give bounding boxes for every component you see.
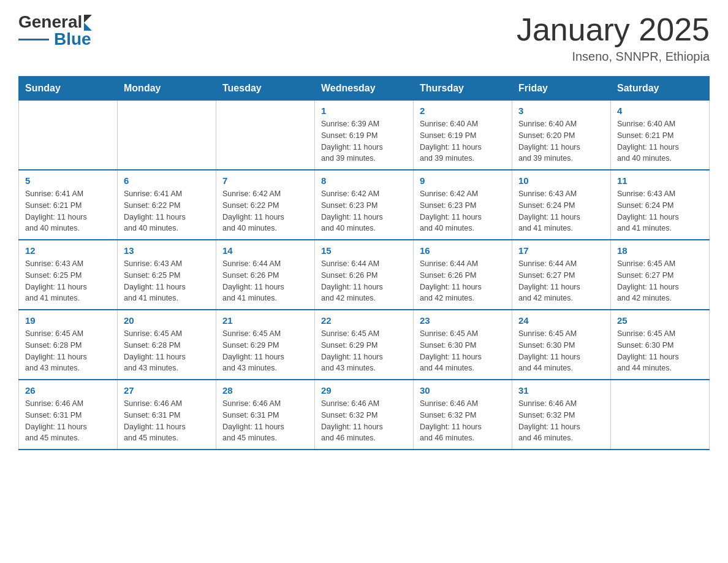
header-cell-wednesday: Wednesday — [315, 77, 414, 101]
day-info: Sunrise: 6:45 AM Sunset: 6:28 PM Dayligh… — [124, 328, 210, 374]
day-info: Sunrise: 6:40 AM Sunset: 6:20 PM Dayligh… — [518, 118, 604, 164]
calendar-title: January 2025 — [517, 12, 710, 47]
calendar-cell: 12Sunrise: 6:43 AM Sunset: 6:25 PM Dayli… — [19, 240, 118, 310]
calendar-week-row: 19Sunrise: 6:45 AM Sunset: 6:28 PM Dayli… — [19, 310, 710, 380]
day-number: 29 — [321, 385, 407, 396]
day-info: Sunrise: 6:44 AM Sunset: 6:26 PM Dayligh… — [321, 258, 407, 304]
header-cell-sunday: Sunday — [19, 77, 118, 101]
header-cell-thursday: Thursday — [414, 77, 512, 101]
day-number: 10 — [518, 175, 604, 186]
day-number: 17 — [518, 245, 604, 256]
day-info: Sunrise: 6:43 AM Sunset: 6:25 PM Dayligh… — [25, 258, 111, 304]
header-cell-friday: Friday — [512, 77, 611, 101]
day-info: Sunrise: 6:40 AM Sunset: 6:21 PM Dayligh… — [617, 118, 703, 164]
day-number: 3 — [518, 105, 604, 116]
calendar-cell: 30Sunrise: 6:46 AM Sunset: 6:32 PM Dayli… — [414, 380, 512, 450]
calendar-week-row: 26Sunrise: 6:46 AM Sunset: 6:31 PM Dayli… — [19, 380, 710, 450]
day-number: 28 — [222, 385, 308, 396]
header-cell-monday: Monday — [118, 77, 216, 101]
calendar-cell: 4Sunrise: 6:40 AM Sunset: 6:21 PM Daylig… — [611, 101, 710, 170]
day-info: Sunrise: 6:46 AM Sunset: 6:32 PM Dayligh… — [321, 398, 407, 444]
day-number: 14 — [222, 245, 308, 256]
day-info: Sunrise: 6:43 AM Sunset: 6:24 PM Dayligh… — [518, 188, 604, 234]
day-info: Sunrise: 6:42 AM Sunset: 6:22 PM Dayligh… — [222, 188, 308, 234]
calendar-subtitle: Inseno, SNNPR, Ethiopia — [517, 50, 710, 64]
day-info: Sunrise: 6:45 AM Sunset: 6:30 PM Dayligh… — [617, 328, 703, 374]
calendar-table: SundayMondayTuesdayWednesdayThursdayFrid… — [18, 76, 710, 450]
day-number: 22 — [321, 315, 407, 326]
day-info: Sunrise: 6:46 AM Sunset: 6:31 PM Dayligh… — [222, 398, 308, 444]
day-info: Sunrise: 6:45 AM Sunset: 6:30 PM Dayligh… — [518, 328, 604, 374]
day-number: 20 — [124, 315, 210, 326]
calendar-cell: 21Sunrise: 6:45 AM Sunset: 6:29 PM Dayli… — [216, 310, 315, 380]
calendar-cell: 20Sunrise: 6:45 AM Sunset: 6:28 PM Dayli… — [118, 310, 216, 380]
title-section: January 2025 Inseno, SNNPR, Ethiopia — [517, 12, 710, 64]
day-info: Sunrise: 6:42 AM Sunset: 6:23 PM Dayligh… — [321, 188, 407, 234]
day-info: Sunrise: 6:44 AM Sunset: 6:26 PM Dayligh… — [420, 258, 506, 304]
day-number: 25 — [617, 315, 703, 326]
day-number: 5 — [25, 175, 111, 186]
day-info: Sunrise: 6:45 AM Sunset: 6:28 PM Dayligh… — [25, 328, 111, 374]
day-number: 27 — [124, 385, 210, 396]
day-number: 4 — [617, 105, 703, 116]
calendar-cell: 14Sunrise: 6:44 AM Sunset: 6:26 PM Dayli… — [216, 240, 315, 310]
calendar-cell: 17Sunrise: 6:44 AM Sunset: 6:27 PM Dayli… — [512, 240, 611, 310]
day-info: Sunrise: 6:40 AM Sunset: 6:19 PM Dayligh… — [420, 118, 506, 164]
day-number: 9 — [420, 175, 506, 186]
day-number: 26 — [25, 385, 111, 396]
calendar-cell: 22Sunrise: 6:45 AM Sunset: 6:29 PM Dayli… — [315, 310, 414, 380]
day-info: Sunrise: 6:46 AM Sunset: 6:32 PM Dayligh… — [518, 398, 604, 444]
calendar-cell: 6Sunrise: 6:41 AM Sunset: 6:22 PM Daylig… — [118, 170, 216, 240]
calendar-cell: 5Sunrise: 6:41 AM Sunset: 6:21 PM Daylig… — [19, 170, 118, 240]
day-number: 1 — [321, 105, 407, 116]
day-number: 6 — [124, 175, 210, 186]
day-number: 21 — [222, 315, 308, 326]
day-info: Sunrise: 6:46 AM Sunset: 6:32 PM Dayligh… — [420, 398, 506, 444]
logo-blue-text: Blue — [54, 29, 91, 49]
day-info: Sunrise: 6:44 AM Sunset: 6:26 PM Dayligh… — [222, 258, 308, 304]
calendar-header-row: SundayMondayTuesdayWednesdayThursdayFrid… — [19, 77, 710, 101]
day-info: Sunrise: 6:45 AM Sunset: 6:30 PM Dayligh… — [420, 328, 506, 374]
calendar-cell: 10Sunrise: 6:43 AM Sunset: 6:24 PM Dayli… — [512, 170, 611, 240]
day-info: Sunrise: 6:41 AM Sunset: 6:21 PM Dayligh… — [25, 188, 111, 234]
calendar-cell: 31Sunrise: 6:46 AM Sunset: 6:32 PM Dayli… — [512, 380, 611, 450]
calendar-cell: 23Sunrise: 6:45 AM Sunset: 6:30 PM Dayli… — [414, 310, 512, 380]
day-number: 11 — [617, 175, 703, 186]
day-number: 30 — [420, 385, 506, 396]
day-info: Sunrise: 6:45 AM Sunset: 6:29 PM Dayligh… — [321, 328, 407, 374]
calendar-cell: 15Sunrise: 6:44 AM Sunset: 6:26 PM Dayli… — [315, 240, 414, 310]
calendar-cell: 11Sunrise: 6:43 AM Sunset: 6:24 PM Dayli… — [611, 170, 710, 240]
day-number: 16 — [420, 245, 506, 256]
day-info: Sunrise: 6:46 AM Sunset: 6:31 PM Dayligh… — [25, 398, 111, 444]
day-number: 31 — [518, 385, 604, 396]
calendar-cell: 7Sunrise: 6:42 AM Sunset: 6:22 PM Daylig… — [216, 170, 315, 240]
calendar-cell: 25Sunrise: 6:45 AM Sunset: 6:30 PM Dayli… — [611, 310, 710, 380]
day-number: 7 — [222, 175, 308, 186]
calendar-cell — [611, 380, 710, 450]
calendar-cell: 24Sunrise: 6:45 AM Sunset: 6:30 PM Dayli… — [512, 310, 611, 380]
calendar-cell: 9Sunrise: 6:42 AM Sunset: 6:23 PM Daylig… — [414, 170, 512, 240]
day-number: 24 — [518, 315, 604, 326]
day-number: 19 — [25, 315, 111, 326]
day-info: Sunrise: 6:44 AM Sunset: 6:27 PM Dayligh… — [518, 258, 604, 304]
logo: General Blue — [18, 12, 92, 49]
calendar-cell: 8Sunrise: 6:42 AM Sunset: 6:23 PM Daylig… — [315, 170, 414, 240]
day-number: 18 — [617, 245, 703, 256]
header-cell-tuesday: Tuesday — [216, 77, 315, 101]
day-info: Sunrise: 6:41 AM Sunset: 6:22 PM Dayligh… — [124, 188, 210, 234]
calendar-week-row: 1Sunrise: 6:39 AM Sunset: 6:19 PM Daylig… — [19, 101, 710, 170]
calendar-cell: 27Sunrise: 6:46 AM Sunset: 6:31 PM Dayli… — [118, 380, 216, 450]
calendar-cell: 26Sunrise: 6:46 AM Sunset: 6:31 PM Dayli… — [19, 380, 118, 450]
day-info: Sunrise: 6:43 AM Sunset: 6:25 PM Dayligh… — [124, 258, 210, 304]
calendar-week-row: 12Sunrise: 6:43 AM Sunset: 6:25 PM Dayli… — [19, 240, 710, 310]
day-number: 12 — [25, 245, 111, 256]
calendar-cell — [216, 101, 315, 170]
day-info: Sunrise: 6:39 AM Sunset: 6:19 PM Dayligh… — [321, 118, 407, 164]
header-cell-saturday: Saturday — [611, 77, 710, 101]
page-header: General Blue January 2025 Inseno, SNNPR,… — [18, 12, 710, 64]
calendar-cell: 16Sunrise: 6:44 AM Sunset: 6:26 PM Dayli… — [414, 240, 512, 310]
day-number: 15 — [321, 245, 407, 256]
day-info: Sunrise: 6:42 AM Sunset: 6:23 PM Dayligh… — [420, 188, 506, 234]
calendar-cell: 19Sunrise: 6:45 AM Sunset: 6:28 PM Dayli… — [19, 310, 118, 380]
day-number: 8 — [321, 175, 407, 186]
